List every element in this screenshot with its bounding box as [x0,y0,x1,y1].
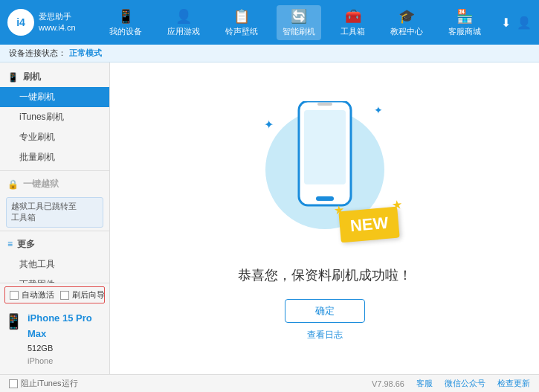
svg-rect-1 [304,110,346,184]
device-info: iPhone 15 Pro Max 512GB iPhone [28,311,105,368]
download-button[interactable]: ⬇ [501,16,511,30]
header-right: ⬇ 👤 [501,16,532,30]
phone-illustration: ✦ ✦ ★ NEW ★ [251,95,399,259]
logo-area: i4 爱思助手 www.i4.cn [7,9,97,36]
flash-section-icon: 📱 [7,72,19,83]
sidebar-flash-title[interactable]: 📱 刷机 [0,67,109,87]
sidebar-notice: 越狱工具已跳转至 工具箱 [6,197,103,228]
tutorial-icon: 🎓 [390,8,423,25]
app-games-icon: 👤 [167,8,200,25]
bottom-bar: 阻止iTunes运行 V7.98.66 客服 微信公众号 检查更新 [0,374,539,392]
success-message: 恭喜您，保资料刷机成功啦！ [238,266,412,284]
sidebar-divider-2 [0,231,109,231]
device-name: iPhone 15 Pro Max [28,311,105,342]
guide-checkbox[interactable] [60,291,69,300]
sidebar-flash-section: 📱 刷机 一键刷机 iTunes刷机 专业刷机 批量刷机 [0,67,109,167]
nav-app-games[interactable]: 👤 应用游戏 [161,5,206,40]
sidebar-item-batch-flash[interactable]: 批量刷机 [0,147,109,167]
service-icon: 🏪 [448,8,481,25]
nav-tutorial[interactable]: 🎓 教程中心 [384,5,429,40]
wechat-link[interactable]: 微信公众号 [445,378,485,389]
device-type: iPhone [28,355,105,368]
smart-flash-icon: 🔄 [283,8,315,25]
sidebar-jailbreak-section: 🔒 一键越狱 越狱工具已跳转至 工具箱 [0,174,109,228]
logo-text: 爱思助手 www.i4.cn [39,11,76,34]
auto-activate-label: 自动激活 [22,289,54,301]
sidebar-item-download-firmware[interactable]: 下载固件 [0,274,109,283]
nav-service[interactable]: 🏪 客服商城 [442,5,487,40]
nav-bar: 📱 我的设备 👤 应用游戏 📋 铃声壁纸 🔄 智能刷机 🧰 工具箱 🎓 教程中心… [97,5,494,40]
header: i4 爱思助手 www.i4.cn 📱 我的设备 👤 应用游戏 📋 铃声壁纸 🔄… [0,0,539,45]
sidebar-divider-1 [0,170,109,171]
status-text: 正常模式 [69,48,102,59]
sidebar-more-title[interactable]: ≡ 更多 [0,234,109,254]
new-badge: ★ NEW ★ [338,207,400,243]
sidebar-item-itunes-flash[interactable]: iTunes刷机 [0,107,109,127]
user-button[interactable]: 👤 [517,16,532,30]
sidebar-item-one-key-flash[interactable]: 一键刷机 [0,87,109,107]
device-icon: 📱 [109,8,142,25]
confirm-button[interactable]: 确定 [285,299,365,323]
view-log-link[interactable]: 查看日志 [307,329,343,341]
sidebar-item-pro-flash[interactable]: 专业刷机 [0,127,109,147]
bottom-left: 阻止iTunes运行 [9,378,360,389]
sidebar-jailbreak-title: 🔒 一键越狱 [0,174,109,194]
ringtone-icon: 📋 [225,8,258,25]
device-storage: 512GB [28,342,105,356]
sidebar-item-other-tools[interactable]: 其他工具 [0,254,109,274]
device-phone-icon: 📱 [4,312,23,330]
feedback-link[interactable]: 客服 [416,378,433,389]
main-area: 📱 刷机 一键刷机 iTunes刷机 专业刷机 批量刷机 [0,62,539,374]
sidebar: 📱 刷机 一键刷机 iTunes刷机 专业刷机 批量刷机 [0,62,110,374]
sidebar-top: 📱 刷机 一键刷机 iTunes刷机 专业刷机 批量刷机 [0,62,109,283]
lock-icon: 🔒 [7,179,19,190]
check-update-link[interactable]: 检查更新 [497,378,530,389]
stop-itunes-label: 阻止iTunes运行 [21,378,78,389]
version-label: V7.98.66 [372,379,404,388]
device-item: 📱 iPhone 15 Pro Max 512GB iPhone [4,308,105,371]
toolbox-icon: 🧰 [340,8,365,25]
stop-itunes-checkbox[interactable] [9,379,18,388]
stop-itunes[interactable]: 阻止iTunes运行 [9,378,78,389]
status-bar: 设备连接状态： 正常模式 [0,45,539,62]
logo-icon: i4 [7,9,34,36]
more-section-icon: ≡ [7,239,13,249]
phone-svg [295,101,355,213]
auto-activate-checkbox[interactable] [10,291,19,300]
guide-label: 刷后向导 [72,289,105,301]
auto-activate-row: 自动激活 刷后向导 [4,286,105,303]
svg-rect-2 [316,196,334,201]
nav-ringtone[interactable]: 📋 铃声壁纸 [219,5,264,40]
sidebar-more-section: ≡ 更多 其他工具 下载固件 高级功能 [0,234,109,283]
sparkle-right-icon: ✦ [374,104,383,116]
nav-my-device[interactable]: 📱 我的设备 [103,5,148,40]
nav-smart-flash[interactable]: 🔄 智能刷机 [277,5,321,40]
sidebar-device-section: 自动激活 刷后向导 📱 iPhone 15 Pro Max 512GB iPho… [0,283,109,374]
content-area: ✦ ✦ ★ NEW ★ 恭喜您，保资料刷机成功啦！ 确定 查看日志 [110,62,539,374]
nav-toolbox[interactable]: 🧰 工具箱 [335,5,371,40]
sparkle-left-icon: ✦ [264,118,274,132]
svg-rect-3 [317,103,332,106]
